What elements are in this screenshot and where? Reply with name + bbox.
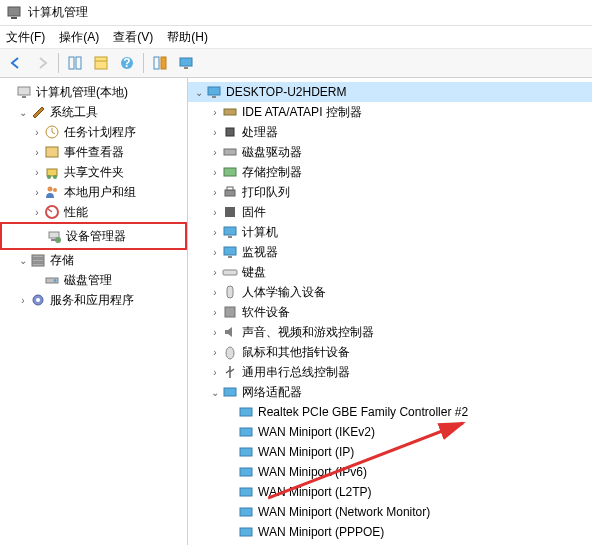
app-icon (6, 5, 22, 21)
collapse-icon[interactable]: ⌄ (16, 253, 30, 267)
tree-label: WAN Miniport (L2TP) (258, 485, 372, 499)
device-category[interactable]: ›磁盘驱动器 (188, 142, 592, 162)
expand-icon[interactable]: › (30, 185, 44, 199)
network-adapter-item[interactable]: WAN Miniport (Network Monitor) (188, 502, 592, 522)
computer-view-button[interactable] (174, 51, 198, 75)
expand-icon[interactable]: › (208, 225, 222, 239)
tree-shared-folders[interactable]: › 共享文件夹 (0, 162, 187, 182)
menu-view[interactable]: 查看(V) (113, 29, 153, 46)
properties-button[interactable] (89, 51, 113, 75)
expand-icon[interactable]: › (208, 185, 222, 199)
left-tree-pane[interactable]: 计算机管理(本地) ⌄ 系统工具 › 任务计划程序 › 事件查看器 › 共享文件… (0, 78, 188, 545)
tree-task-scheduler[interactable]: › 任务计划程序 (0, 122, 187, 142)
device-tree-root[interactable]: ⌄ DESKTOP-U2HDERM (188, 82, 592, 102)
device-category[interactable]: ›计算机 (188, 222, 592, 242)
tree-device-manager[interactable]: 设备管理器 (2, 226, 185, 246)
expand-icon[interactable]: › (208, 305, 222, 319)
nic-icon (238, 404, 254, 420)
tree-services[interactable]: › 服务和应用程序 (0, 290, 187, 310)
device-category[interactable]: ›处理器 (188, 122, 592, 142)
device-category-network[interactable]: ⌄网络适配器 (188, 382, 592, 402)
device-category[interactable]: ›通用串行总线控制器 (188, 362, 592, 382)
device-category[interactable]: ›人体学输入设备 (188, 282, 592, 302)
storage-icon (30, 252, 46, 268)
network-adapter-item[interactable]: Realtek PCIe GBE Family Controller #2 (188, 402, 592, 422)
tree-label: 磁盘驱动器 (242, 144, 302, 161)
expand-icon[interactable]: › (30, 165, 44, 179)
network-adapter-item[interactable]: WAN Miniport (L2TP) (188, 482, 592, 502)
expand-icon[interactable]: › (208, 265, 222, 279)
tree-label: 通用串行总线控制器 (242, 364, 350, 381)
device-panel-button[interactable] (148, 51, 172, 75)
forward-button[interactable] (30, 51, 54, 75)
tree-disk-management[interactable]: 磁盘管理 (0, 270, 187, 290)
tree-label: 打印队列 (242, 184, 290, 201)
svg-rect-36 (224, 149, 236, 155)
clock-icon (44, 124, 60, 140)
svg-point-20 (53, 188, 57, 192)
device-category[interactable]: ›监视器 (188, 242, 592, 262)
tree-system-tools[interactable]: ⌄ 系统工具 (0, 102, 187, 122)
expand-icon[interactable]: › (208, 345, 222, 359)
svg-rect-38 (225, 190, 235, 196)
tree-label: 事件查看器 (64, 144, 124, 161)
expand-icon[interactable]: › (208, 325, 222, 339)
svg-rect-56 (240, 528, 252, 536)
toolbar-separator (58, 53, 59, 73)
tree-storage[interactable]: ⌄ 存储 (0, 250, 187, 270)
device-category[interactable]: ›声音、视频和游戏控制器 (188, 322, 592, 342)
right-tree-pane[interactable]: ⌄ DESKTOP-U2HDERM ›IDE ATA/ATAPI 控制器 ›处理… (188, 78, 592, 545)
device-category[interactable]: ›固件 (188, 202, 592, 222)
tree-label: 本地用户和组 (64, 184, 136, 201)
expand-icon[interactable]: › (208, 145, 222, 159)
collapse-icon[interactable] (2, 85, 16, 99)
menu-action[interactable]: 操作(A) (59, 29, 99, 46)
expand-icon[interactable]: › (16, 293, 30, 307)
nic-icon (238, 484, 254, 500)
expand-icon[interactable]: › (208, 125, 222, 139)
storage-ctrl-icon (222, 164, 238, 180)
expand-icon[interactable]: › (208, 205, 222, 219)
menu-help[interactable]: 帮助(H) (167, 29, 208, 46)
tree-performance[interactable]: › 性能 (0, 202, 187, 222)
show-hide-tree-button[interactable] (63, 51, 87, 75)
printer-icon (222, 184, 238, 200)
collapse-icon[interactable]: ⌄ (16, 105, 30, 119)
svg-rect-45 (223, 270, 237, 275)
device-category[interactable]: ›IDE ATA/ATAPI 控制器 (188, 102, 592, 122)
services-icon (30, 292, 46, 308)
svg-rect-41 (224, 227, 236, 235)
device-category[interactable]: ›存储控制器 (188, 162, 592, 182)
expand-icon[interactable]: › (30, 125, 44, 139)
network-adapter-item[interactable]: WAN Miniport (IPv6) (188, 462, 592, 482)
expand-icon[interactable]: › (208, 105, 222, 119)
share-icon (44, 164, 60, 180)
tree-event-viewer[interactable]: › 事件查看器 (0, 142, 187, 162)
window-title: 计算机管理 (28, 4, 88, 21)
expand-icon[interactable]: › (30, 205, 44, 219)
disk-icon (44, 272, 60, 288)
expand-icon[interactable]: › (30, 145, 44, 159)
tree-root[interactable]: 计算机管理(本地) (0, 82, 187, 102)
expand-icon[interactable]: › (208, 365, 222, 379)
expand-icon[interactable]: › (208, 245, 222, 259)
tree-label: 任务计划程序 (64, 124, 136, 141)
collapse-icon[interactable]: ⌄ (208, 385, 222, 399)
toolbar: ? (0, 48, 592, 78)
device-category[interactable]: ›键盘 (188, 262, 592, 282)
device-category[interactable]: ›打印队列 (188, 182, 592, 202)
menu-file[interactable]: 文件(F) (6, 29, 45, 46)
nic-icon (238, 424, 254, 440)
network-adapter-item[interactable]: WAN Miniport (IP) (188, 442, 592, 462)
device-category[interactable]: ›软件设备 (188, 302, 592, 322)
expand-icon[interactable]: › (208, 285, 222, 299)
network-adapter-item[interactable]: WAN Miniport (PPPOE) (188, 522, 592, 542)
network-adapter-item[interactable]: WAN Miniport (IKEv2) (188, 422, 592, 442)
help-button[interactable]: ? (115, 51, 139, 75)
collapse-icon[interactable]: ⌄ (192, 85, 206, 99)
device-category[interactable]: ›鼠标和其他指针设备 (188, 342, 592, 362)
tree-local-users[interactable]: › 本地用户和组 (0, 182, 187, 202)
back-button[interactable] (4, 51, 28, 75)
titlebar: 计算机管理 (0, 0, 592, 26)
expand-icon[interactable]: › (208, 165, 222, 179)
